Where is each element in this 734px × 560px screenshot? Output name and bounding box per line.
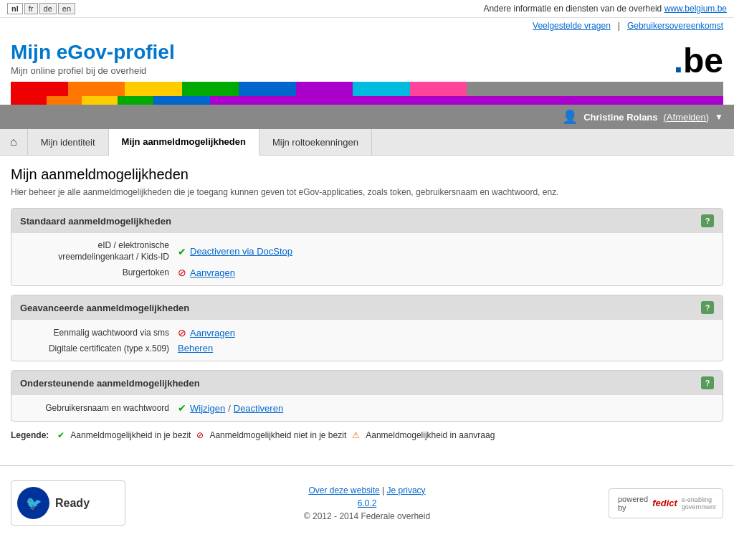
help-icon-supporting[interactable]: ? xyxy=(701,376,714,389)
footer-main: 🐦 Ready Over deze website | Je privacy 6… xyxy=(0,466,734,540)
lang-en[interactable]: en xyxy=(58,3,75,14)
legend-label: Legende: xyxy=(11,430,49,440)
lang-nl[interactable]: nl xyxy=(7,3,23,14)
status-green-check-username: ✔ xyxy=(178,402,186,414)
language-buttons: nl fr de en xyxy=(7,3,75,14)
tab-aanmeldmogelijkheden[interactable]: Mijn aanmeldmogelijkheden xyxy=(109,129,259,156)
deactiveren-username-link[interactable]: Deactiveren xyxy=(234,403,283,414)
aanvragen-burgertoken-link[interactable]: Aanvragen xyxy=(190,267,235,278)
nav-tabs: ⌂ Mijn identiteit Mijn aanmeldmogelijkhe… xyxy=(0,129,734,156)
user-bar: 👤 Christine Rolans (Afmelden) ▼ xyxy=(0,105,734,129)
bird-icon: 🐦 xyxy=(26,495,42,511)
row-sms-label: Eenmalig wachtwoord via sms xyxy=(20,328,178,338)
fedict-badge: powered by fedict e-enabling government xyxy=(609,488,723,518)
section-supporting: Ondersteunende aanmeldmogelijkheden ? Ge… xyxy=(11,370,723,422)
site-subtitle: Mijn online profiel bij de overheid xyxy=(11,65,723,76)
footer: 🐦 Ready Over deze website | Je privacy 6… xyxy=(0,465,734,540)
links-bar: Veelgestelde vragen | Gebruikersovereenk… xyxy=(0,18,734,34)
site-title: Mijn eGov-profiel xyxy=(11,41,723,64)
site-header: .be Mijn eGov-profiel Mijn online profie… xyxy=(0,34,734,105)
row-eid-label: eID / elektronischevreemdelingenkaart / … xyxy=(20,240,178,262)
section-advanced: Geavanceerde aanmeldmogelijkheden ? Eenm… xyxy=(11,295,723,361)
home-tab[interactable]: ⌂ xyxy=(0,129,28,155)
ready-text: Ready xyxy=(55,497,90,510)
about-link[interactable]: Over deze website xyxy=(308,485,379,495)
legend-orange-text: Aanmeldmogelijkheid in aanvraag xyxy=(366,430,495,440)
copyright-text: © 2012 - 2014 Federale overheid xyxy=(304,511,430,521)
section-advanced-title: Geavanceerde aanmeldmogelijkheden xyxy=(20,303,189,313)
terms-link[interactable]: Gebruikersovereenkomst xyxy=(627,21,723,31)
logout-link[interactable]: (Afmelden) xyxy=(664,112,710,123)
aanvragen-sms-link[interactable]: Aanvragen xyxy=(190,328,235,338)
footer-center: Over deze website | Je privacy 6.0.2 © 2… xyxy=(304,485,430,521)
legend-green-text: Aanmeldmogelijkheid in je bezit xyxy=(70,430,191,440)
section-standard-header: Standaard aanmeldmogelijkheden ? xyxy=(11,209,723,233)
legend-red-icon: ⊘ xyxy=(196,430,204,440)
version-link[interactable]: 6.0.2 xyxy=(304,498,430,508)
wijzigen-link[interactable]: Wijzigen xyxy=(190,403,225,414)
row-burgertoken-label: Burgertoken xyxy=(20,267,178,277)
status-red-stop-sms: ⊘ xyxy=(178,327,186,338)
status-red-stop-burgertoken: ⊘ xyxy=(178,267,186,278)
row-certificates-label: Digitale certificaten (type x.509) xyxy=(20,343,178,353)
legend-green-icon: ✔ xyxy=(57,430,65,440)
privacy-link[interactable]: Je privacy xyxy=(387,485,426,495)
deactivate-docstop-link[interactable]: Deactiveren via DocStop xyxy=(190,246,292,257)
be-logo: .be xyxy=(674,41,723,80)
row-burgertoken: Burgertoken ⊘ Aanvragen xyxy=(20,267,714,278)
help-icon-advanced[interactable]: ? xyxy=(701,301,714,314)
tab-identiteit[interactable]: Mijn identiteit xyxy=(28,129,109,155)
lang-de[interactable]: de xyxy=(39,3,57,14)
beheren-certificates-link[interactable]: Beheren xyxy=(178,343,213,353)
ready-badge: 🐦 Ready xyxy=(11,480,125,526)
eu-stars-icon: 🐦 xyxy=(17,487,49,519)
legend-orange-icon: ⚠ xyxy=(352,430,360,440)
title-mijn: Mijn xyxy=(11,41,51,63)
other-info-text: Andere informatie en diensten van de ove… xyxy=(483,4,662,14)
user-name: Christine Rolans xyxy=(583,112,657,123)
title-rest: eGov-profiel xyxy=(51,41,175,63)
section-standard-title: Standaard aanmeldmogelijkheden xyxy=(20,216,171,227)
top-right-info: Andere informatie en diensten van de ove… xyxy=(483,4,727,14)
faq-link[interactable]: Veelgestelde vragen xyxy=(533,21,611,31)
status-green-check-eid: ✔ xyxy=(178,246,186,257)
page-description: Hier beheer je alle aanmeldmogelijkheden… xyxy=(11,187,723,197)
page-title: Mijn aanmeldmogelijkheden xyxy=(11,166,723,183)
section-advanced-header: Geavanceerde aanmeldmogelijkheden ? xyxy=(11,295,723,320)
legend: Legende: ✔ Aanmeldmogelijkheid in je bez… xyxy=(11,430,723,440)
row-sms: Eenmalig wachtwoord via sms ⊘ Aanvragen xyxy=(20,327,714,338)
section-supporting-title: Ondersteunende aanmeldmogelijkheden xyxy=(20,378,200,389)
section-supporting-header: Ondersteunende aanmeldmogelijkheden ? xyxy=(11,371,723,395)
belgium-link[interactable]: www.belgium.be xyxy=(664,4,727,14)
rainbow-bar-1 xyxy=(11,82,723,96)
top-bar: nl fr de en Andere informatie en dienste… xyxy=(0,0,734,18)
fedict-logo: fedict xyxy=(652,498,677,508)
section-standard-body: eID / elektronischevreemdelingenkaart / … xyxy=(11,233,723,285)
row-eid: eID / elektronischevreemdelingenkaart / … xyxy=(20,240,714,262)
help-icon-standard[interactable]: ? xyxy=(701,214,714,227)
row-username-label: Gebruikersnaam en wachtwoord xyxy=(20,403,178,413)
section-advanced-body: Eenmalig wachtwoord via sms ⊘ Aanvragen … xyxy=(11,320,723,361)
lang-fr[interactable]: fr xyxy=(24,3,38,14)
user-icon: 👤 xyxy=(562,109,578,125)
legend-red-text: Aanmeldmogelijkheid niet in je bezit xyxy=(209,430,346,440)
powered-by-text: powered by xyxy=(618,495,648,512)
rainbow-bar-2 xyxy=(11,96,723,105)
row-username-password: Gebruikersnaam en wachtwoord ✔ Wijzigen … xyxy=(20,402,714,414)
footer-links: Over deze website | Je privacy xyxy=(304,485,430,495)
section-standard: Standaard aanmeldmogelijkheden ? eID / e… xyxy=(11,208,723,286)
tab-roltoekenningen[interactable]: Mijn roltoekenningen xyxy=(259,129,372,155)
section-supporting-body: Gebruikersnaam en wachtwoord ✔ Wijzigen … xyxy=(11,395,723,421)
dropdown-arrow-icon[interactable]: ▼ xyxy=(715,112,723,122)
row-certificates: Digitale certificaten (type x.509) Beher… xyxy=(20,343,714,353)
main-content: Mijn aanmeldmogelijkheden Hier beheer je… xyxy=(0,156,734,451)
